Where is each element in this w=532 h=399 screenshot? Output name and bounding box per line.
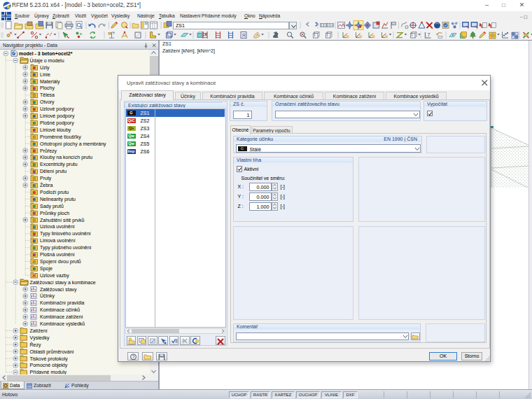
- svg-text:7: 7: [428, 32, 430, 37]
- svg-text:?: ?: [132, 354, 134, 359]
- svg-text:R: R: [242, 33, 246, 38]
